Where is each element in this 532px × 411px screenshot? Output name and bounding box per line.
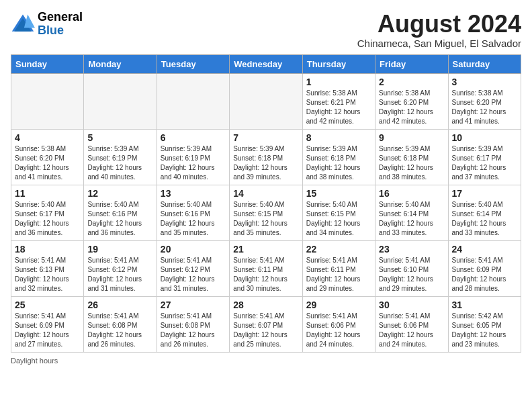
day-number: 2 bbox=[379, 77, 444, 87]
day-info: Sunrise: 5:39 AM Sunset: 6:19 PM Dayligh… bbox=[87, 144, 152, 182]
logo: General Blue bbox=[11, 11, 83, 38]
day-number: 7 bbox=[233, 132, 298, 143]
day-number: 4 bbox=[15, 132, 80, 143]
day-number: 28 bbox=[233, 300, 298, 310]
day-number: 16 bbox=[379, 188, 444, 199]
calendar-cell: 6Sunrise: 5:39 AM Sunset: 6:19 PM Daylig… bbox=[157, 129, 229, 185]
day-info: Sunrise: 5:40 AM Sunset: 6:16 PM Dayligh… bbox=[161, 200, 226, 238]
calendar-cell bbox=[11, 73, 84, 129]
logo-icon bbox=[11, 12, 35, 36]
calendar-cell: 25Sunrise: 5:41 AM Sunset: 6:09 PM Dayli… bbox=[11, 296, 84, 352]
calendar-cell: 30Sunrise: 5:41 AM Sunset: 6:06 PM Dayli… bbox=[375, 296, 448, 352]
logo-text: General Blue bbox=[38, 11, 83, 38]
day-info: Sunrise: 5:41 AM Sunset: 6:11 PM Dayligh… bbox=[306, 256, 371, 293]
day-info: Sunrise: 5:40 AM Sunset: 6:16 PM Dayligh… bbox=[87, 200, 152, 238]
calendar-cell: 21Sunrise: 5:41 AM Sunset: 6:11 PM Dayli… bbox=[230, 240, 302, 296]
calendar-cell: 20Sunrise: 5:41 AM Sunset: 6:12 PM Dayli… bbox=[157, 240, 229, 296]
calendar-cell: 15Sunrise: 5:40 AM Sunset: 6:15 PM Dayli… bbox=[302, 185, 375, 240]
day-info: Sunrise: 5:41 AM Sunset: 6:12 PM Dayligh… bbox=[87, 256, 152, 293]
day-number: 23 bbox=[379, 244, 444, 255]
day-number: 30 bbox=[379, 300, 444, 310]
day-number: 5 bbox=[87, 132, 152, 143]
day-info: Sunrise: 5:40 AM Sunset: 6:15 PM Dayligh… bbox=[306, 200, 371, 238]
calendar-cell: 12Sunrise: 5:40 AM Sunset: 6:16 PM Dayli… bbox=[84, 185, 157, 240]
day-info: Sunrise: 5:38 AM Sunset: 6:20 PM Dayligh… bbox=[15, 144, 80, 182]
day-number: 24 bbox=[452, 244, 517, 255]
title-area: August 2024 Chinameca, San Miguel, El Sa… bbox=[357, 11, 521, 49]
calendar-table: SundayMondayTuesdayWednesdayThursdayFrid… bbox=[11, 54, 521, 353]
day-number: 6 bbox=[161, 132, 226, 143]
day-number: 18 bbox=[15, 244, 80, 255]
day-number: 12 bbox=[87, 188, 152, 199]
day-info: Sunrise: 5:39 AM Sunset: 6:18 PM Dayligh… bbox=[233, 144, 298, 182]
day-info: Sunrise: 5:41 AM Sunset: 6:08 PM Dayligh… bbox=[161, 312, 226, 349]
day-number: 21 bbox=[233, 244, 298, 255]
calendar-cell: 8Sunrise: 5:39 AM Sunset: 6:18 PM Daylig… bbox=[302, 129, 375, 185]
day-info: Sunrise: 5:38 AM Sunset: 6:21 PM Dayligh… bbox=[306, 89, 371, 126]
calendar-week-row: 1Sunrise: 5:38 AM Sunset: 6:21 PM Daylig… bbox=[11, 73, 521, 129]
day-info: Sunrise: 5:41 AM Sunset: 6:07 PM Dayligh… bbox=[233, 312, 298, 349]
day-info: Sunrise: 5:40 AM Sunset: 6:17 PM Dayligh… bbox=[15, 200, 80, 238]
day-info: Sunrise: 5:41 AM Sunset: 6:08 PM Dayligh… bbox=[87, 312, 152, 349]
calendar-cell: 29Sunrise: 5:41 AM Sunset: 6:06 PM Dayli… bbox=[302, 296, 375, 352]
day-number: 10 bbox=[452, 132, 517, 143]
calendar-week-row: 18Sunrise: 5:41 AM Sunset: 6:13 PM Dayli… bbox=[11, 240, 521, 296]
month-year-title: August 2024 bbox=[357, 11, 521, 38]
day-info: Sunrise: 5:41 AM Sunset: 6:11 PM Dayligh… bbox=[233, 256, 298, 293]
calendar-week-row: 4Sunrise: 5:38 AM Sunset: 6:20 PM Daylig… bbox=[11, 129, 521, 185]
day-number: 31 bbox=[452, 300, 517, 310]
calendar-cell: 13Sunrise: 5:40 AM Sunset: 6:16 PM Dayli… bbox=[157, 185, 229, 240]
day-number: 1 bbox=[306, 77, 371, 87]
calendar-cell: 3Sunrise: 5:38 AM Sunset: 6:20 PM Daylig… bbox=[448, 73, 521, 129]
calendar-cell: 14Sunrise: 5:40 AM Sunset: 6:15 PM Dayli… bbox=[230, 185, 302, 240]
day-number: 13 bbox=[161, 188, 226, 199]
day-number: 11 bbox=[15, 188, 80, 199]
page-header: General Blue August 2024 Chinameca, San … bbox=[11, 11, 521, 49]
day-info: Sunrise: 5:41 AM Sunset: 6:06 PM Dayligh… bbox=[306, 312, 371, 349]
calendar-cell: 1Sunrise: 5:38 AM Sunset: 6:21 PM Daylig… bbox=[302, 73, 375, 129]
day-number: 3 bbox=[452, 77, 517, 87]
day-info: Sunrise: 5:41 AM Sunset: 6:10 PM Dayligh… bbox=[379, 256, 444, 293]
day-number: 8 bbox=[306, 132, 371, 143]
calendar-cell: 4Sunrise: 5:38 AM Sunset: 6:20 PM Daylig… bbox=[11, 129, 84, 185]
day-info: Sunrise: 5:42 AM Sunset: 6:05 PM Dayligh… bbox=[452, 312, 517, 349]
calendar-cell: 9Sunrise: 5:39 AM Sunset: 6:18 PM Daylig… bbox=[375, 129, 448, 185]
calendar-day-header: Sunday bbox=[11, 54, 84, 73]
calendar-cell: 5Sunrise: 5:39 AM Sunset: 6:19 PM Daylig… bbox=[84, 129, 157, 185]
day-info: Sunrise: 5:39 AM Sunset: 6:18 PM Dayligh… bbox=[306, 144, 371, 182]
location-subtitle: Chinameca, San Miguel, El Salvador bbox=[357, 38, 521, 49]
day-number: 19 bbox=[87, 244, 152, 255]
day-number: 14 bbox=[233, 188, 298, 199]
day-number: 29 bbox=[306, 300, 371, 310]
calendar-week-row: 11Sunrise: 5:40 AM Sunset: 6:17 PM Dayli… bbox=[11, 185, 521, 240]
calendar-cell: 23Sunrise: 5:41 AM Sunset: 6:10 PM Dayli… bbox=[375, 240, 448, 296]
calendar-cell: 16Sunrise: 5:40 AM Sunset: 6:14 PM Dayli… bbox=[375, 185, 448, 240]
calendar-day-header: Monday bbox=[84, 54, 157, 73]
day-number: 27 bbox=[161, 300, 226, 310]
calendar-day-header: Thursday bbox=[302, 54, 375, 73]
calendar-cell: 19Sunrise: 5:41 AM Sunset: 6:12 PM Dayli… bbox=[84, 240, 157, 296]
footer-note: Daylight hours bbox=[11, 357, 521, 365]
calendar-cell: 11Sunrise: 5:40 AM Sunset: 6:17 PM Dayli… bbox=[11, 185, 84, 240]
day-number: 17 bbox=[452, 188, 517, 199]
calendar-cell: 31Sunrise: 5:42 AM Sunset: 6:05 PM Dayli… bbox=[448, 296, 521, 352]
day-info: Sunrise: 5:39 AM Sunset: 6:17 PM Dayligh… bbox=[452, 144, 517, 182]
day-number: 26 bbox=[87, 300, 152, 310]
calendar-cell: 24Sunrise: 5:41 AM Sunset: 6:09 PM Dayli… bbox=[448, 240, 521, 296]
calendar-day-header: Friday bbox=[375, 54, 448, 73]
calendar-cell bbox=[230, 73, 302, 129]
calendar-cell bbox=[84, 73, 157, 129]
calendar-cell: 2Sunrise: 5:38 AM Sunset: 6:20 PM Daylig… bbox=[375, 73, 448, 129]
calendar-week-row: 25Sunrise: 5:41 AM Sunset: 6:09 PM Dayli… bbox=[11, 296, 521, 352]
day-info: Sunrise: 5:41 AM Sunset: 6:13 PM Dayligh… bbox=[15, 256, 80, 293]
calendar-cell: 27Sunrise: 5:41 AM Sunset: 6:08 PM Dayli… bbox=[157, 296, 229, 352]
day-number: 20 bbox=[161, 244, 226, 255]
day-info: Sunrise: 5:39 AM Sunset: 6:19 PM Dayligh… bbox=[161, 144, 226, 182]
day-info: Sunrise: 5:41 AM Sunset: 6:09 PM Dayligh… bbox=[15, 312, 80, 349]
day-info: Sunrise: 5:38 AM Sunset: 6:20 PM Dayligh… bbox=[379, 89, 444, 126]
calendar-day-header: Wednesday bbox=[230, 54, 302, 73]
daylight-hours-label: Daylight hours bbox=[11, 357, 58, 365]
day-number: 9 bbox=[379, 132, 444, 143]
calendar-cell: 17Sunrise: 5:40 AM Sunset: 6:14 PM Dayli… bbox=[448, 185, 521, 240]
day-info: Sunrise: 5:40 AM Sunset: 6:14 PM Dayligh… bbox=[452, 200, 517, 238]
